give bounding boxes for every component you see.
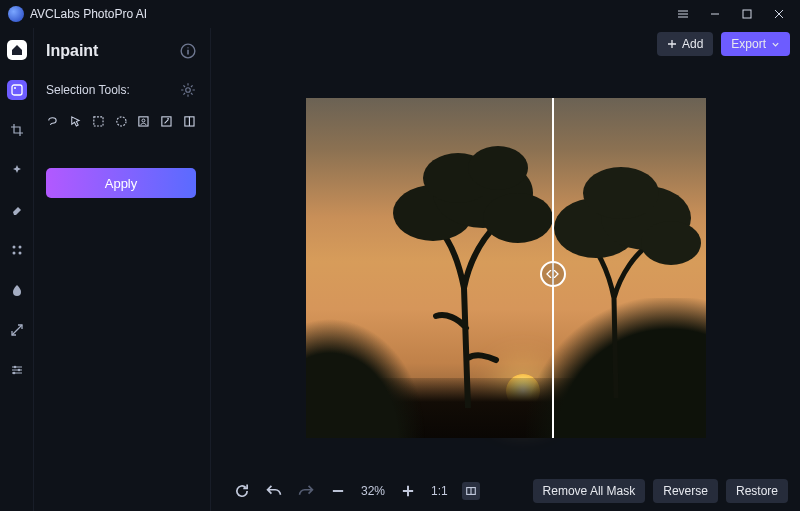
preview-image xyxy=(306,98,706,438)
gear-icon[interactable] xyxy=(180,82,196,98)
svg-point-7 xyxy=(13,366,16,369)
svg-point-11 xyxy=(186,88,191,93)
fit-screen-icon[interactable] xyxy=(462,482,480,500)
lasso-tool-icon[interactable] xyxy=(46,112,59,130)
remove-all-mask-button[interactable]: Remove All Mask xyxy=(533,479,646,503)
home-icon[interactable] xyxy=(7,40,27,60)
maximize-button[interactable] xyxy=(734,4,760,24)
refresh-icon[interactable] xyxy=(233,482,251,500)
svg-point-20 xyxy=(483,193,553,243)
redo-icon[interactable] xyxy=(297,482,315,500)
app-logo xyxy=(8,6,24,22)
tree-silhouette xyxy=(388,108,558,408)
svg-point-2 xyxy=(14,87,16,89)
gallery-icon[interactable] xyxy=(7,80,27,100)
sliders-icon[interactable] xyxy=(7,360,27,380)
left-rail xyxy=(0,28,34,511)
compare-divider[interactable] xyxy=(552,98,554,438)
compare-handle[interactable] xyxy=(540,261,566,287)
svg-point-8 xyxy=(17,369,20,372)
sidebar: Inpaint Selection Tools: Apply xyxy=(34,28,210,511)
export-button[interactable]: Export xyxy=(721,32,790,56)
app-title: AVCLabs PhotoPro AI xyxy=(30,7,664,21)
chevron-down-icon xyxy=(771,40,780,49)
svg-rect-12 xyxy=(94,116,103,125)
reverse-button[interactable]: Reverse xyxy=(653,479,718,503)
svg-point-4 xyxy=(18,246,21,249)
add-label: Add xyxy=(682,37,703,51)
svg-rect-1 xyxy=(12,85,22,95)
svg-point-13 xyxy=(116,116,125,125)
svg-point-9 xyxy=(12,372,15,375)
paint-icon[interactable] xyxy=(7,280,27,300)
compare-tool-icon[interactable] xyxy=(183,112,196,130)
svg-point-5 xyxy=(12,252,15,255)
zoom-in-icon[interactable] xyxy=(399,482,417,500)
resize-icon[interactable] xyxy=(7,320,27,340)
svg-point-26 xyxy=(641,221,701,265)
crop-tool-icon[interactable] xyxy=(7,120,27,140)
one-to-one-button[interactable]: 1:1 xyxy=(431,484,448,498)
menu-icon[interactable] xyxy=(670,4,696,24)
svg-point-15 xyxy=(142,119,145,122)
apply-button[interactable]: Apply xyxy=(46,168,196,198)
portrait-tool-icon[interactable] xyxy=(137,112,150,130)
minimize-button[interactable] xyxy=(702,4,728,24)
apply-label: Apply xyxy=(105,176,138,191)
marquee-tool-icon[interactable] xyxy=(92,112,105,130)
window-titlebar: AVCLabs PhotoPro AI xyxy=(0,0,800,28)
selection-tools-label: Selection Tools: xyxy=(46,83,130,97)
reverse-label: Reverse xyxy=(663,484,708,498)
page-title: Inpaint xyxy=(46,42,98,60)
pointer-tool-icon[interactable] xyxy=(69,112,82,130)
svg-point-6 xyxy=(18,252,21,255)
sparkle-icon[interactable] xyxy=(7,160,27,180)
ellipse-tool-icon[interactable] xyxy=(115,112,128,130)
plus-icon xyxy=(667,39,677,49)
bottom-toolbar: 32% 1:1 Remove All Mask Reverse Restore xyxy=(211,471,800,511)
svg-rect-14 xyxy=(139,116,148,125)
svg-point-22 xyxy=(468,146,528,190)
svg-point-25 xyxy=(583,167,659,219)
svg-point-3 xyxy=(12,246,15,249)
selection-tools xyxy=(46,112,196,130)
svg-rect-0 xyxy=(743,10,751,18)
eraser-icon[interactable] xyxy=(7,200,27,220)
canvas-stage[interactable] xyxy=(211,28,800,471)
undo-icon[interactable] xyxy=(265,482,283,500)
restore-label: Restore xyxy=(736,484,778,498)
export-label: Export xyxy=(731,37,766,51)
close-button[interactable] xyxy=(766,4,792,24)
zoom-out-icon[interactable] xyxy=(329,482,347,500)
restore-button[interactable]: Restore xyxy=(726,479,788,503)
blur-icon[interactable] xyxy=(7,240,27,260)
top-actions: Add Export xyxy=(657,32,790,56)
remove-all-mask-label: Remove All Mask xyxy=(543,484,636,498)
zoom-value: 32% xyxy=(361,484,385,498)
magic-tool-icon[interactable] xyxy=(160,112,173,130)
canvas-area: 32% 1:1 Remove All Mask Reverse Restore xyxy=(210,28,800,511)
info-icon[interactable] xyxy=(180,43,196,59)
add-button[interactable]: Add xyxy=(657,32,713,56)
tree-silhouette-2 xyxy=(546,138,706,398)
